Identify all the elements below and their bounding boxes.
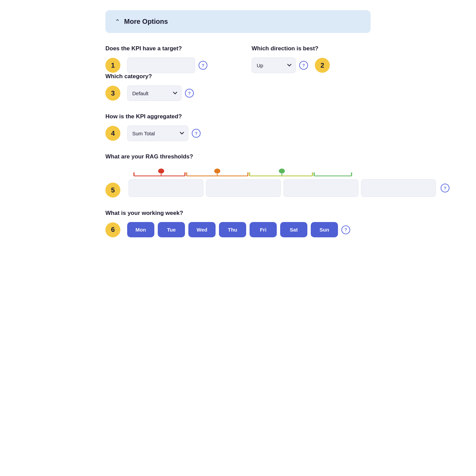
q3-help-icon[interactable]: ? bbox=[185, 89, 194, 98]
badge-3: 3 bbox=[105, 86, 120, 101]
q2-field-group: Up Down None ? bbox=[252, 57, 308, 73]
day-sat[interactable]: Sat bbox=[280, 222, 307, 237]
q2-section: Which direction is best? Up Down None ? … bbox=[252, 45, 371, 73]
q1-help-icon[interactable]: ? bbox=[199, 61, 207, 70]
q4-section: How is the KPI aggregated? 4 Sum Total A… bbox=[105, 113, 371, 141]
rag-input-2[interactable] bbox=[206, 179, 281, 197]
q4-help-icon[interactable]: ? bbox=[192, 129, 201, 138]
q4-title: How is the KPI aggregated? bbox=[105, 113, 371, 120]
rag-container: ? bbox=[127, 166, 358, 197]
q3-row: 3 Default Revenue Cost Customer Process … bbox=[105, 85, 371, 101]
q1-field-group: ? bbox=[127, 57, 207, 73]
day-thu[interactable]: Thu bbox=[219, 222, 246, 237]
day-wed[interactable]: Wed bbox=[188, 222, 216, 237]
q5-title: What are your RAG thresholds? bbox=[105, 153, 371, 160]
q6-row: 6 Mon Tue Wed Thu Fri Sat Sun ? bbox=[105, 222, 371, 237]
rag-input-4[interactable] bbox=[361, 179, 436, 197]
svg-point-3 bbox=[158, 169, 164, 173]
q1-row: 1 ? bbox=[105, 57, 224, 73]
q6-title: What is your working week? bbox=[105, 210, 371, 217]
day-mon[interactable]: Mon bbox=[127, 222, 154, 237]
q1-section: Does the KPI have a target? 1 ? bbox=[105, 45, 224, 73]
q5-row: 5 bbox=[105, 166, 371, 198]
badge-2: 2 bbox=[315, 58, 330, 73]
rag-brackets-svg bbox=[127, 166, 358, 179]
day-tue[interactable]: Tue bbox=[158, 222, 185, 237]
chevron-up-icon: ⌃ bbox=[115, 18, 120, 26]
category-select[interactable]: Default Revenue Cost Customer Process bbox=[127, 85, 182, 101]
q6-help-icon[interactable]: ? bbox=[341, 225, 350, 234]
rag-inputs-row: ? bbox=[127, 179, 358, 197]
aggregation-select[interactable]: Sum Total Average Last Value Count bbox=[127, 125, 188, 141]
badge-1: 1 bbox=[105, 58, 120, 73]
badge-6: 6 bbox=[105, 222, 120, 237]
q1-q2-row: Does the KPI have a target? 1 ? Which di… bbox=[105, 45, 371, 73]
q3-section: Which category? 3 Default Revenue Cost C… bbox=[105, 73, 371, 101]
q1-title: Does the KPI have a target? bbox=[105, 45, 224, 52]
q3-field-group: Default Revenue Cost Customer Process ? bbox=[127, 85, 194, 101]
direction-select[interactable]: Up Down None bbox=[252, 57, 296, 73]
rag-input-1[interactable] bbox=[129, 179, 203, 197]
badge-5: 5 bbox=[105, 183, 120, 198]
q5-section: What are your RAG thresholds? 5 bbox=[105, 153, 371, 198]
kpi-target-input[interactable] bbox=[127, 57, 195, 73]
q2-row: Up Down None ? 2 bbox=[252, 57, 371, 73]
more-options-label: More Options bbox=[124, 18, 168, 26]
q2-title: Which direction is best? bbox=[252, 45, 371, 52]
q4-row: 4 Sum Total Average Last Value Count ? bbox=[105, 125, 371, 141]
svg-point-8 bbox=[214, 169, 220, 173]
badge-4: 4 bbox=[105, 126, 120, 141]
q6-section: What is your working week? 6 Mon Tue Wed… bbox=[105, 210, 371, 237]
rag-input-3[interactable] bbox=[284, 179, 358, 197]
days-row: Mon Tue Wed Thu Fri Sat Sun ? bbox=[127, 222, 350, 237]
q3-title: Which category? bbox=[105, 73, 371, 80]
main-container: ⌃ More Options Does the KPI have a targe… bbox=[105, 7, 371, 469]
day-fri[interactable]: Fri bbox=[250, 222, 277, 237]
q5-help-icon[interactable]: ? bbox=[441, 184, 449, 192]
day-sun[interactable]: Sun bbox=[311, 222, 338, 237]
svg-point-13 bbox=[279, 169, 285, 173]
q4-field-group: Sum Total Average Last Value Count ? bbox=[127, 125, 201, 141]
more-options-bar[interactable]: ⌃ More Options bbox=[105, 10, 371, 33]
q2-help-icon[interactable]: ? bbox=[299, 61, 308, 70]
